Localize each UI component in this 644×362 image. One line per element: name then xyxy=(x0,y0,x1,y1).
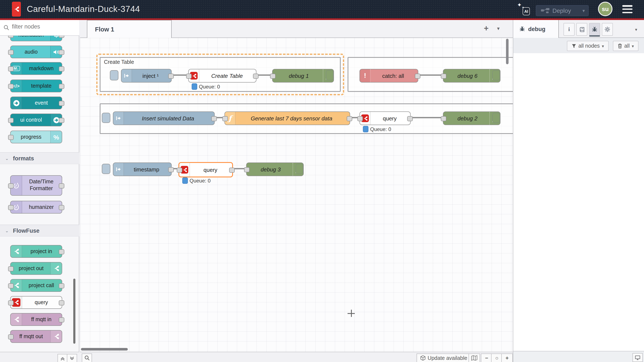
palette-category-formats[interactable]: ⌄ formats xyxy=(0,152,79,164)
node-timestamp[interactable]: timestamp xyxy=(113,163,172,176)
node-catch-all[interactable]: ! catch: all xyxy=(360,69,418,83)
port[interactable] xyxy=(8,300,14,305)
input-port[interactable] xyxy=(222,116,228,121)
output-port[interactable] xyxy=(347,116,352,121)
sidebar-tab-debug-active[interactable]: debug xyxy=(513,20,559,38)
collapse-all-categories-button[interactable] xyxy=(58,354,68,362)
main-menu-icon[interactable] xyxy=(622,5,632,13)
palette-node-audio[interactable]: audio xyxy=(10,45,62,58)
port[interactable] xyxy=(8,334,14,340)
port[interactable] xyxy=(59,101,64,106)
palette-node-humanizer[interactable]: humanizer xyxy=(10,201,62,213)
sidebar-tab-help[interactable] xyxy=(576,23,587,36)
palette-node-datetime-formatter[interactable]: Date/Time Formatter xyxy=(10,175,62,196)
sidebar-more-caret-icon[interactable]: ▾ xyxy=(635,27,637,32)
node-query-a[interactable]: query xyxy=(360,111,410,125)
port[interactable] xyxy=(59,205,64,210)
debug-toggle-button[interactable] xyxy=(492,113,500,123)
node-debug-3[interactable]: debug 3 xyxy=(246,163,304,176)
port[interactable] xyxy=(59,283,64,288)
input-port[interactable] xyxy=(441,116,446,121)
palette-node-progress[interactable]: progress % xyxy=(10,131,62,143)
zoom-out-button[interactable]: − xyxy=(481,354,492,362)
flow-canvas[interactable]: Create Table inject ¹ xyxy=(80,38,513,352)
output-port[interactable] xyxy=(253,74,258,79)
expand-all-categories-button[interactable] xyxy=(67,354,77,362)
inject-button[interactable] xyxy=(110,70,118,80)
palette-node-query[interactable]: query xyxy=(10,296,62,309)
port[interactable] xyxy=(8,135,14,140)
debug-toggle-button[interactable] xyxy=(492,70,500,80)
port[interactable] xyxy=(8,283,14,288)
add-flow-button[interactable]: + xyxy=(484,24,488,33)
flowfuse-logo-icon[interactable] xyxy=(12,2,21,16)
input-port[interactable] xyxy=(441,74,446,79)
palette-filter-input[interactable] xyxy=(11,23,77,30)
palette-node-ff-mqtt-in[interactable]: ff mqtt in xyxy=(10,313,62,326)
node-inject-1[interactable]: inject ¹ xyxy=(121,69,172,83)
palette-node-markdown[interactable]: M↓ markdown xyxy=(10,62,62,75)
sidebar-tab-config[interactable] xyxy=(602,23,613,36)
port[interactable] xyxy=(59,118,64,123)
port[interactable] xyxy=(59,249,64,254)
node-insert-simulated-data[interactable]: Insert simulated Data xyxy=(113,111,215,125)
palette-node-ui-control[interactable]: ui control xyxy=(10,114,62,126)
debug-toggle-button[interactable] xyxy=(326,70,334,80)
sidebar-tab-debug-button[interactable] xyxy=(589,23,600,37)
port[interactable] xyxy=(8,66,14,71)
palette-scrollbar[interactable] xyxy=(73,279,76,344)
debug-filter-button[interactable]: all nodes ▾ xyxy=(567,41,609,51)
output-port[interactable] xyxy=(168,167,174,172)
palette-filter-box[interactable] xyxy=(0,20,79,36)
node-debug-1[interactable]: debug 1 xyxy=(272,69,334,83)
palette-node-template[interactable]: </> template xyxy=(10,80,62,92)
palette-node-project-in[interactable]: project in xyxy=(10,245,62,258)
node-debug-6[interactable]: debug 6 xyxy=(443,69,500,83)
user-avatar[interactable]: su xyxy=(598,2,612,16)
port[interactable] xyxy=(8,84,14,89)
port[interactable] xyxy=(59,66,64,71)
output-port[interactable] xyxy=(229,168,235,173)
canvas-vertical-scrollbar[interactable] xyxy=(506,39,508,64)
palette-node-project-out[interactable]: project out xyxy=(10,262,62,275)
input-port[interactable] xyxy=(270,74,276,79)
zoom-reset-button[interactable]: ○ xyxy=(491,354,502,362)
input-port[interactable] xyxy=(357,116,363,121)
palette-node-ff-mqtt-out[interactable]: ff mqtt out xyxy=(10,330,62,343)
inject-button[interactable] xyxy=(102,113,110,123)
port[interactable] xyxy=(59,50,64,55)
output-port[interactable] xyxy=(415,74,420,79)
palette-node-event[interactable]: event xyxy=(10,97,62,109)
port[interactable] xyxy=(8,118,14,123)
search-flows-button[interactable] xyxy=(82,354,92,362)
deploy-button[interactable]: Deploy ▾ xyxy=(536,5,589,16)
flow-list-caret-icon[interactable]: ▾ xyxy=(497,25,500,31)
port[interactable] xyxy=(8,50,14,55)
port[interactable] xyxy=(8,183,14,188)
output-port[interactable] xyxy=(211,116,217,121)
canvas-horizontal-scrollbar[interactable] xyxy=(81,348,128,351)
port[interactable] xyxy=(59,300,64,305)
node-debug-2[interactable]: debug 2 xyxy=(443,111,500,125)
input-port[interactable] xyxy=(186,74,192,79)
node-generate-sensor-data[interactable]: ƒ Generate last 7 days sensor data xyxy=(224,111,350,125)
update-available-button[interactable]: Update available xyxy=(416,354,471,362)
node-create-table[interactable]: Create Table xyxy=(188,69,256,83)
inject-button[interactable] xyxy=(102,164,110,174)
debug-clear-button[interactable]: all ▾ xyxy=(613,41,638,51)
port[interactable] xyxy=(8,205,14,210)
palette-category-flowfuse[interactable]: ⌄ FlowFuse xyxy=(0,225,79,236)
input-port[interactable] xyxy=(244,167,250,172)
tab-flow-1[interactable]: Flow 1 xyxy=(87,20,172,38)
port[interactable] xyxy=(59,317,64,323)
output-port[interactable] xyxy=(168,74,174,79)
navigator-button[interactable] xyxy=(468,354,480,362)
deploy-caret-icon[interactable]: ▾ xyxy=(582,8,585,13)
debug-toggle-button[interactable] xyxy=(296,164,303,174)
port[interactable] xyxy=(8,266,14,271)
port[interactable] xyxy=(59,84,64,89)
zoom-in-button[interactable]: + xyxy=(501,354,513,362)
open-in-window-button[interactable] xyxy=(632,353,643,362)
palette-node-project-call[interactable]: project call xyxy=(10,279,62,292)
ai-assistant-icon[interactable]: ✦ ✦ AI xyxy=(518,3,530,15)
